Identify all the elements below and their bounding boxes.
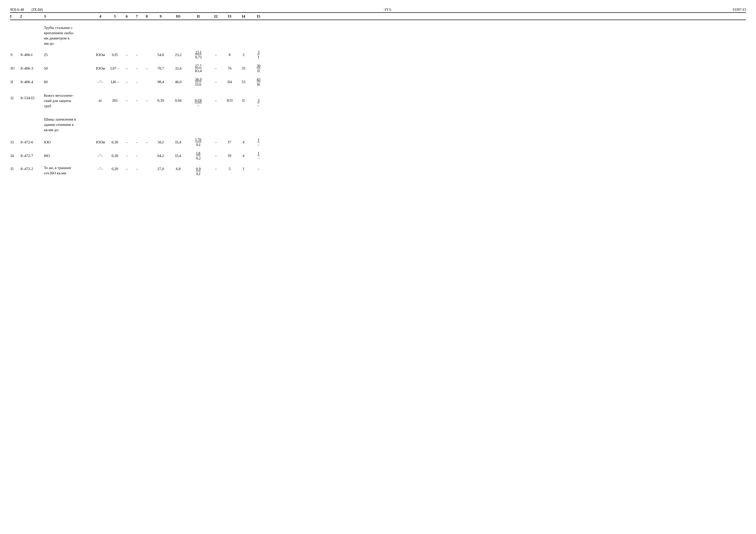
cell-rowI3-col7: – [132, 140, 142, 145]
header-right: I3397-I3 [733, 8, 746, 12]
cell-row9-col4: IOOм [93, 52, 108, 58]
cell-row9-col13: 8 [222, 52, 237, 58]
cell-rowI2-col7: – [132, 93, 142, 103]
cell-rowI4-col5: 0,30 [108, 153, 122, 158]
cell-rowI2-col6: – [122, 93, 132, 103]
page-header: 9OI-6-48 (IX.84) -IY3- I3397-I3 [10, 8, 746, 13]
cell-rowI2-col2: 8–534-I3 [20, 93, 43, 101]
cell-rowI4-col10: I3,4 [170, 153, 187, 158]
cell-rowI5-col1: I5 [10, 165, 20, 172]
header-code: 9OI-6-48 [10, 8, 24, 12]
table-row: I3 8–472-6 IOO IOOм 0,30 – – – 56,I I3,4… [10, 136, 746, 148]
cell-rowIO-col9: 70,7 [152, 66, 170, 71]
cell-rowIO-col11: 27,7 IO,4 [187, 63, 210, 73]
col-header-1: I [10, 14, 20, 18]
cell-rowII-col9: 98,4 [152, 79, 170, 85]
cell-rowI5-col12: – [210, 165, 222, 172]
cell-rowI4-col2: 8–472-7 [20, 153, 43, 158]
cell-rowI4-col14: 4 [237, 153, 250, 158]
cell-rowI5-col15: – [250, 165, 267, 172]
cell-rowII-col1: II [10, 79, 20, 85]
col-header-4: 4 [93, 14, 108, 18]
col-header-3: 3 [43, 14, 93, 18]
cell-rowI4-col8 [142, 155, 152, 156]
cell-rowI4-col13: I9 [222, 153, 237, 158]
header-center: -IY3- [384, 8, 392, 12]
cell-rowI2-col5: 265 [108, 93, 122, 103]
col-header-14: I4 [237, 14, 250, 18]
cell-rowI3-col15: I – [250, 137, 267, 147]
cell-rowI4-col9: 64,2 [152, 153, 170, 158]
cell-rowI4-col6: – [122, 153, 132, 158]
cell-rowI2-col1: I2 [10, 93, 20, 101]
col-header-7: 7 [132, 14, 142, 18]
cell-rowI3-col10: I3,4 [170, 140, 187, 145]
cell-rowI3-col11: I,70 0,I [187, 137, 210, 147]
header-paren: (IX.84) [32, 8, 43, 12]
cell-rowI3-col5: 0,30 [108, 140, 122, 145]
cell-rowII-col15: 43 I6 [250, 77, 267, 87]
table-row: I4 8–472-7 I6O –"– 0,30 – – 64,2 I3,4 I,… [10, 150, 746, 162]
cell-row9-col10: 23,2 [170, 52, 187, 58]
cell-rowI2-col4: кг [93, 93, 108, 103]
cell-row9-col14: 3 [237, 52, 250, 58]
cell-rowII-col11: 36,9 I3,6 [187, 77, 210, 87]
cell-rowIO-col3: 50 [43, 66, 93, 71]
cell-rowIO-col14: 35 [237, 66, 250, 71]
cell-rowI2-col10: 0,04 [170, 93, 187, 103]
cell-rowI5-col5: 0,20 [108, 165, 122, 172]
cell-rowIO-col15: 30 II [250, 63, 267, 73]
cell-rowI2-col9: 0,39 [152, 93, 170, 103]
column-headers: I 2 3 4 5 6 7 8 9 IO II I2 I3 I4 I5 [10, 13, 746, 20]
section2-title: Шины заземления вздании сечением вкв.мм … [43, 113, 93, 134]
cell-rowI3-col13: I7 [222, 140, 237, 145]
cell-rowI3-col14: 4 [237, 140, 250, 145]
cell-row9-col2: 8–406-I [20, 52, 43, 58]
cell-rowI5-col4: –"– [93, 165, 108, 172]
table-body: Трубы стальные скреплением скоба-ми диам… [10, 20, 746, 177]
table-row: 9 8–406-I 25 IOOм 0,I5 – – 54,0 23,2 23,… [10, 49, 746, 61]
cell-rowIO-col4: IOOм [93, 66, 108, 71]
cell-rowI5-col8 [142, 165, 152, 167]
cell-rowI4-col4: –"– [93, 153, 108, 158]
cell-row9-col3: 25 [43, 52, 93, 58]
cell-rowIO-col6: – [122, 66, 132, 71]
col-header-8: 8 [142, 14, 152, 18]
table-row: IO 8–406-3 50 IOOм I,07 – – – – 70,7 32,… [10, 62, 746, 74]
cell-rowI5-col10: 6,8 [170, 165, 187, 172]
cell-rowI5-col11: 0,9 0,I [187, 165, 210, 176]
cell-row9-col7: – [132, 52, 142, 58]
cell-rowII-col12: – [210, 79, 222, 85]
cell-rowI2-col15: 3 – [250, 93, 267, 108]
cell-row9-col11: 23,I 9,73 [187, 50, 210, 60]
cell-rowII-col10: 46,0 [170, 79, 187, 85]
cell-rowIO-col5: I,07 – [108, 66, 122, 71]
cell-rowI4-col11: I,8 0,2 [187, 151, 210, 161]
cell-rowI4-col7: – [132, 153, 142, 158]
cell-rowIO-col7: – [132, 66, 142, 71]
cell-rowI2-col3: Кожух металличе-ский для защитытруб [43, 93, 93, 109]
cell-row9-col5: 0,I5 [108, 52, 122, 58]
section1-title-row: Трубы стальные скреплением скоба-ми диам… [10, 20, 746, 49]
cell-rowI5-col2: 8–472-2 [20, 165, 43, 172]
col-header-2: 2 [20, 14, 43, 18]
col-header-12: I2 [210, 14, 222, 18]
cell-row9-col15: 3 I [250, 50, 267, 60]
cell-rowIO-col10: 32,4 [170, 66, 187, 71]
cell-rowI3-col2: 8–472-6 [20, 140, 43, 145]
cell-rowI4-col1: I4 [10, 153, 20, 158]
cell-rowI2-col8: – [142, 93, 152, 103]
col-header-11: II [187, 14, 210, 18]
cell-row9-col12: – [210, 52, 222, 58]
table-row: II 8–406-4 60 –"– I,I6 – – – 98,4 46,0 3… [10, 76, 746, 88]
cell-rowI3-col3: IOO [43, 140, 93, 145]
cell-rowI4-col12: – [210, 153, 222, 158]
section1-title: Трубы стальные скреплением скоба-ми диам… [43, 23, 93, 48]
col-header-5: 5 [108, 14, 122, 18]
cell-rowII-col2: 8–406-4 [20, 79, 43, 85]
cell-rowIO-col1: IO [10, 66, 20, 71]
cell-rowI3-col9: 56,I [152, 140, 170, 145]
cell-rowIO-col12: – [210, 66, 222, 71]
cell-rowI5-col13: 5 [222, 165, 237, 172]
header-left: 9OI-6-48 (IX.84) [10, 8, 43, 12]
